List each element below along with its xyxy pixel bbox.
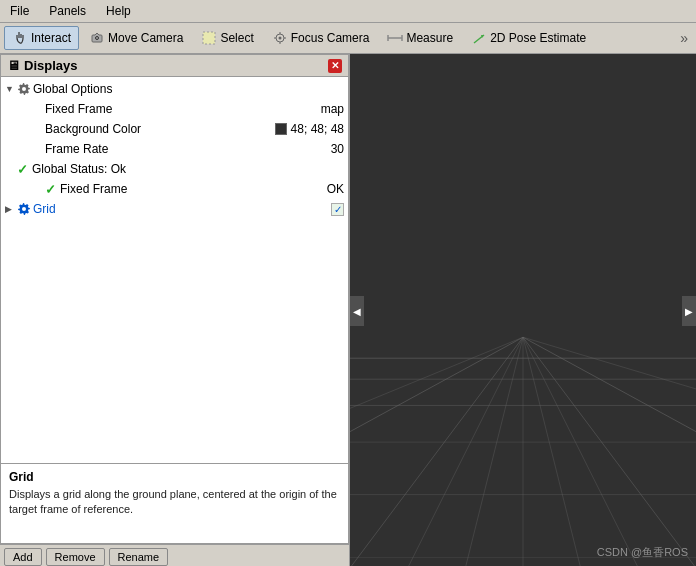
rename-button[interactable]: Rename — [109, 548, 169, 566]
expand-arrow-global[interactable]: ▼ — [5, 84, 15, 94]
viewport-scroll-right[interactable]: ▶ — [682, 296, 696, 326]
displays-panel: 🖥 Displays ✕ ▼ Global Options — [0, 54, 349, 544]
tree-item-fixed-frame[interactable]: Fixed Frame map — [1, 99, 348, 119]
fixed-frame-ok-label: Fixed Frame — [60, 182, 325, 196]
tree-item-grid[interactable]: ▶ Grid ✓ — [1, 199, 348, 219]
gear-icon-global — [17, 82, 31, 96]
camera-icon — [89, 30, 105, 46]
tree-item-global-status[interactable]: ✓ Global Status: Ok — [1, 159, 348, 179]
description-panel: Grid Displays a grid along the ground pl… — [0, 464, 349, 544]
grid-visualization — [350, 54, 696, 566]
menu-help[interactable]: Help — [100, 2, 137, 20]
tree-item-bg-color[interactable]: Background Color 48; 48; 48 — [1, 119, 348, 139]
panel-close-button[interactable]: ✕ — [328, 59, 342, 73]
main-layout: 🖥 Displays ✕ ▼ Global Options — [0, 54, 696, 566]
monitor-icon: 🖥 — [7, 58, 20, 73]
color-swatch[interactable] — [275, 123, 287, 135]
bg-color-label: Background Color — [45, 122, 273, 136]
right-viewport: ◀ ▶ CSDN @鱼香ROS — [350, 54, 696, 566]
viewport-canvas[interactable]: ◀ ▶ CSDN @鱼香ROS — [350, 54, 696, 566]
menubar: File Panels Help — [0, 0, 696, 23]
fixed-frame-label: Fixed Frame — [45, 102, 319, 116]
interact-label: Interact — [31, 31, 71, 45]
tree-area: ▼ Global Options Fixed Frame map — [0, 76, 349, 464]
desc-title: Grid — [9, 470, 340, 484]
move-camera-button[interactable]: Move Camera — [81, 26, 191, 50]
bg-color-value: 48; 48; 48 — [275, 122, 344, 136]
frame-rate-label: Frame Rate — [45, 142, 329, 156]
measure-label: Measure — [406, 31, 453, 45]
focus-icon — [272, 30, 288, 46]
tree-item-global-options[interactable]: ▼ Global Options — [1, 79, 348, 99]
toolbar-overflow[interactable]: » — [676, 28, 692, 48]
pose-icon — [471, 30, 487, 46]
global-options-label: Global Options — [33, 82, 344, 96]
desc-text: Displays a grid along the ground plane, … — [9, 487, 340, 518]
select-icon — [201, 30, 217, 46]
fixed-frame-ok-value: OK — [327, 182, 344, 196]
left-panel: 🖥 Displays ✕ ▼ Global Options — [0, 54, 350, 566]
measure-icon — [387, 30, 403, 46]
frame-rate-value: 30 — [331, 142, 344, 156]
svg-rect-1 — [203, 32, 215, 44]
add-button[interactable]: Add — [4, 548, 42, 566]
focus-camera-label: Focus Camera — [291, 31, 370, 45]
checkmark-status: ✓ — [17, 162, 28, 177]
pose-label: 2D Pose Estimate — [490, 31, 586, 45]
tree-item-fixed-frame-ok[interactable]: ✓ Fixed Frame OK — [1, 179, 348, 199]
select-label: Select — [220, 31, 253, 45]
svg-point-3 — [278, 37, 281, 40]
bottom-strip: Add Remove Rename — [0, 544, 349, 566]
grid-checked[interactable]: ✓ — [331, 203, 344, 216]
checkmark-ok: ✓ — [45, 182, 56, 197]
watermark: CSDN @鱼香ROS — [597, 545, 688, 560]
pose-estimate-button[interactable]: 2D Pose Estimate — [463, 26, 594, 50]
toolbar: Interact Move Camera Select — [0, 23, 696, 54]
focus-camera-button[interactable]: Focus Camera — [264, 26, 378, 50]
displays-title: Displays — [24, 58, 77, 73]
tree-item-frame-rate[interactable]: Frame Rate 30 — [1, 139, 348, 159]
measure-button[interactable]: Measure — [379, 26, 461, 50]
panel-title: 🖥 Displays — [7, 58, 77, 73]
select-button[interactable]: Select — [193, 26, 261, 50]
move-camera-label: Move Camera — [108, 31, 183, 45]
remove-button[interactable]: Remove — [46, 548, 105, 566]
expand-arrow-grid[interactable]: ▶ — [5, 204, 15, 214]
viewport-scroll-left[interactable]: ◀ — [350, 296, 364, 326]
bg-color-text: 48; 48; 48 — [291, 122, 344, 136]
menu-panels[interactable]: Panels — [43, 2, 92, 20]
fixed-frame-value: map — [321, 102, 344, 116]
hand-icon — [12, 30, 28, 46]
gear-icon-grid — [17, 202, 31, 216]
menu-file[interactable]: File — [4, 2, 35, 20]
grid-label: Grid — [33, 202, 329, 216]
interact-button[interactable]: Interact — [4, 26, 79, 50]
panel-titlebar: 🖥 Displays ✕ — [0, 54, 349, 76]
grid-checkbox[interactable]: ✓ — [331, 203, 344, 216]
global-status-label: Global Status: Ok — [32, 162, 344, 176]
